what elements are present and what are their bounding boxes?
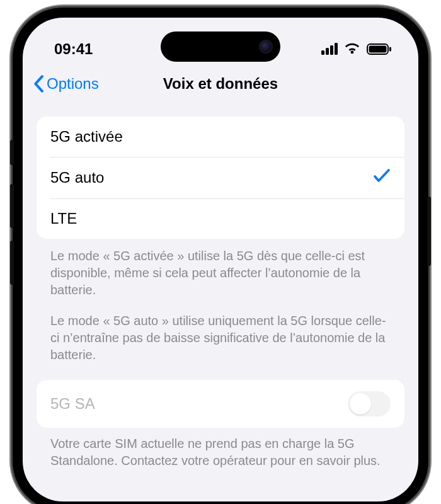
- voice-data-options-group: 5G activée 5G auto LTE: [37, 117, 404, 239]
- 5g-sa-group: 5G SA: [37, 380, 404, 428]
- volume-down-button: [10, 241, 14, 285]
- screen: 09:41 Options: [23, 18, 418, 501]
- phone-frame: 09:41 Options: [13, 8, 428, 504]
- switch-icon: [348, 391, 391, 416]
- svg-rect-1: [369, 45, 387, 52]
- cellular-signal-icon: [321, 43, 338, 55]
- toggle-label: 5G SA: [50, 395, 95, 413]
- sa-footer-text: Votre carte SIM actuelle ne prend pas en…: [50, 435, 391, 469]
- navigation-bar: Options Voix et données: [23, 65, 418, 103]
- side-button: [427, 197, 431, 266]
- battery-icon: [367, 43, 392, 55]
- svg-rect-2: [389, 47, 391, 51]
- option-label: 5G auto: [50, 169, 104, 186]
- option-label: LTE: [50, 210, 77, 227]
- option-label: 5G activée: [50, 128, 123, 146]
- option-lte[interactable]: LTE: [37, 198, 404, 239]
- front-camera-icon: [260, 41, 272, 52]
- toggle-5g-sa: 5G SA: [37, 380, 404, 428]
- sa-footer: Votre carte SIM actuelle ne prend pas en…: [37, 428, 404, 469]
- option-5g-auto[interactable]: 5G auto: [37, 157, 404, 198]
- silence-switch: [10, 140, 14, 165]
- options-footer: Le mode « 5G activée » utilise la 5G dès…: [37, 239, 404, 364]
- option-5g-on[interactable]: 5G activée: [37, 117, 404, 157]
- volume-up-button: [10, 184, 14, 228]
- page-title: Voix et données: [163, 75, 278, 93]
- wifi-icon: [344, 43, 360, 55]
- status-time: 09:41: [54, 40, 93, 58]
- footer-text-2: Le mode « 5G auto » utilise uniquement l…: [50, 312, 391, 364]
- dynamic-island: [161, 32, 280, 62]
- footer-text-1: Le mode « 5G activée » utilise la 5G dès…: [50, 248, 391, 299]
- chevron-left-icon: [33, 75, 44, 93]
- back-label: Options: [47, 75, 99, 93]
- checkmark-icon: [373, 168, 391, 187]
- back-button[interactable]: Options: [33, 75, 99, 93]
